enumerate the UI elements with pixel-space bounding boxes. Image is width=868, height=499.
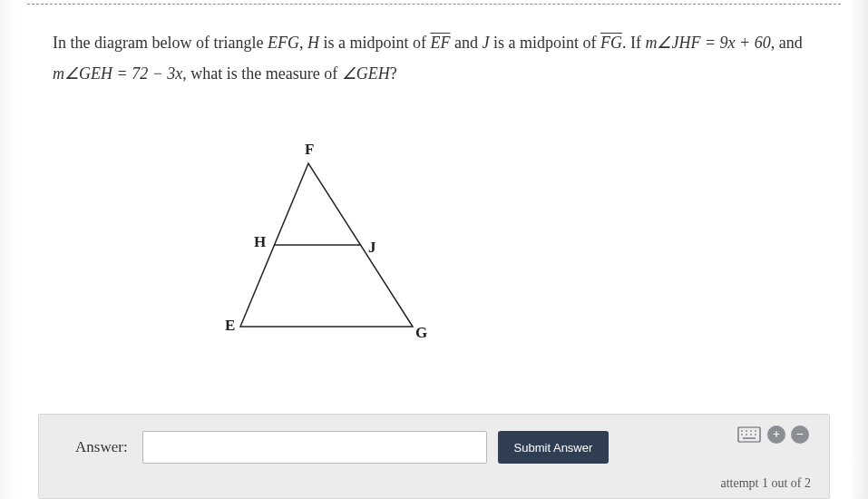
problem-card: In the diagram below of triangle EFG, H … [0, 0, 868, 499]
expr-2: 72 − 3x [132, 64, 182, 83]
answer-row: Answer: Submit Answer [57, 431, 811, 464]
expr-1: 9x + 60 [720, 34, 771, 52]
keyboard-icon[interactable] [736, 426, 762, 444]
attempt-counter: attempt 1 out of 2 [57, 476, 811, 491]
diagram-svg [181, 150, 454, 349]
left-shadow [0, 0, 18, 499]
text: ? [390, 64, 397, 83]
segment-FG: FG [600, 34, 622, 52]
angle-GEH: ∠GEH [342, 64, 390, 83]
submit-button[interactable]: Submit Answer [498, 431, 610, 464]
tool-icons: + − [736, 426, 809, 444]
text: , [299, 34, 307, 52]
minus-icon[interactable]: − [791, 426, 809, 444]
text: . If [622, 34, 646, 52]
answer-panel: + − Answer: Submit Answer attempt 1 out … [38, 414, 830, 499]
text: In the diagram below of triangle [53, 34, 268, 52]
text: , and [771, 34, 803, 52]
vertex-label-F: F [305, 141, 314, 159]
text: is a midpoint of [319, 34, 431, 52]
vertex-label-J: J [368, 239, 376, 257]
vertex-label-H: H [254, 233, 266, 251]
point-H: H [307, 34, 319, 52]
answer-input[interactable] [142, 431, 487, 464]
vertex-label-G: G [415, 324, 427, 342]
triangle-diagram: F H J E G [181, 150, 454, 349]
text: is a midpoint of [489, 34, 600, 52]
angle-JHF-prefix: m∠JHF = [645, 34, 719, 52]
angle-GEH-prefix: m∠GEH = [53, 64, 132, 83]
triangle-name: EFG [268, 34, 299, 52]
segment-EF: EF [430, 34, 450, 52]
answer-label: Answer: [75, 438, 128, 456]
vertex-label-E: E [225, 317, 235, 335]
plus-icon[interactable]: + [767, 426, 785, 444]
section-divider [27, 4, 841, 5]
text: , what is the measure of [182, 64, 341, 83]
problem-statement: In the diagram below of triangle EFG, H … [53, 27, 814, 89]
right-shadow [850, 0, 868, 499]
text: and [450, 34, 482, 52]
